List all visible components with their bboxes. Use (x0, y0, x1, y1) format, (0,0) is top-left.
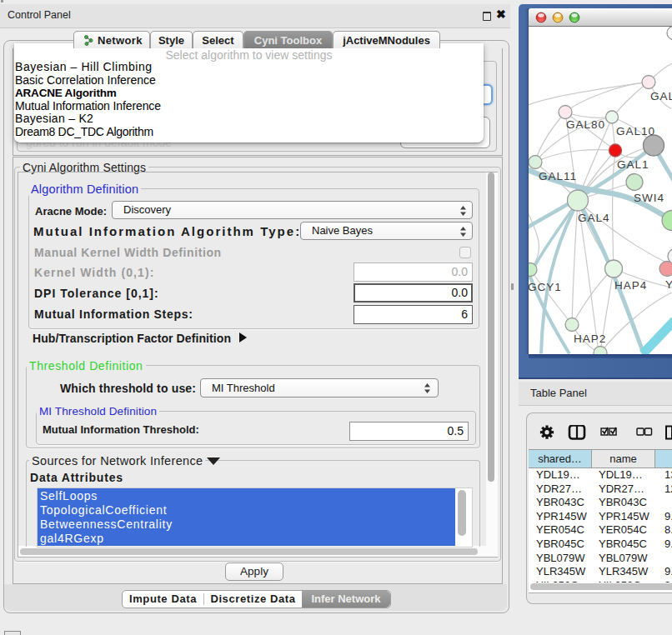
svg-text:SWI4: SWI4 (634, 191, 664, 203)
svg-text:GAL4: GAL4 (578, 211, 610, 223)
svg-text:GCY1: GCY1 (529, 280, 562, 292)
svg-text:HAP2: HAP2 (574, 332, 606, 344)
svg-text:HAP4: HAP4 (614, 278, 647, 291)
svg-text:GAL10: GAL10 (616, 124, 655, 137)
svg-text:GAL80: GAL80 (566, 118, 605, 130)
svg-text:GAL1: GAL1 (617, 158, 649, 170)
svg-text:GAL7: GAL7 (650, 89, 672, 102)
svg-text:GAL11: GAL11 (539, 169, 577, 182)
svg-text:Y: Y (665, 278, 672, 290)
